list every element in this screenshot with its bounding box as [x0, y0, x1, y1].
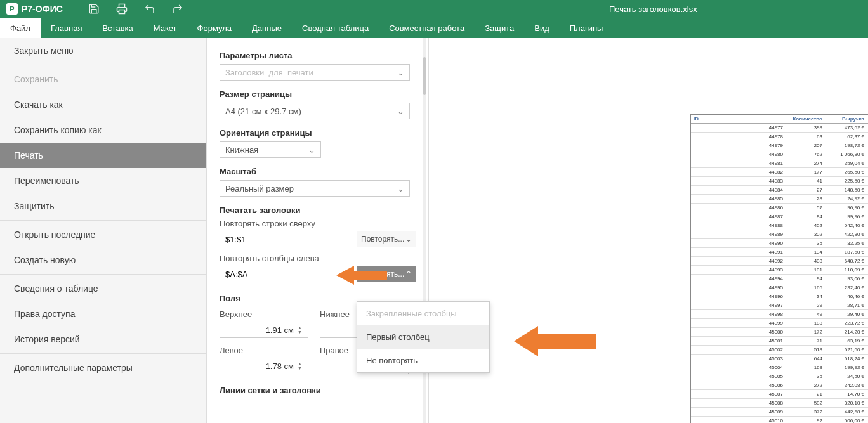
table-row: 4498427148,50 € [691, 186, 868, 195]
menu-protect[interactable]: Защита [475, 18, 524, 38]
table-row: 4501092506,00 € [691, 417, 868, 423]
table-row: 45004168199,92 € [691, 363, 868, 372]
page-size-select[interactable]: A4 (21 см x 29.7 см)⌄ [220, 103, 410, 119]
svg-marker-2 [514, 326, 596, 356]
table-row: 449786362,37 € [691, 133, 868, 141]
menu-bar: Файл Главная Вставка Макет Формула Данны… [0, 18, 868, 38]
sb-close[interactable]: Закрыть меню [0, 38, 206, 63]
sb-download[interactable]: Скачать как [0, 92, 206, 117]
table-row: 44993101110,09 € [691, 266, 868, 275]
undo-icon[interactable] [144, 3, 155, 15]
table-row: 449865796,90 € [691, 204, 868, 212]
save-icon[interactable] [88, 3, 100, 15]
menu-data[interactable]: Данные [242, 18, 292, 38]
brand-text: Р7-ОФИС [22, 4, 63, 14]
orientation-label: Ориентация страницы [220, 128, 422, 138]
table-row: 449972928,71 € [691, 301, 868, 310]
table-row: 450053524,50 € [691, 372, 868, 381]
table-row: 45003644618,24 € [691, 355, 868, 363]
table-row: 449903533,25 € [691, 239, 868, 248]
menu-home[interactable]: Главная [41, 18, 92, 38]
sb-protect[interactable]: Защитить [0, 193, 206, 219]
preview-page: ID Количество Выручка 44977398473,62 €44… [690, 114, 868, 423]
sb-history[interactable]: История версий [0, 327, 206, 352]
col-qty: Количество [786, 115, 825, 123]
scale-select[interactable]: Реальный размер⌄ [220, 180, 410, 197]
table-row: 44995166232,40 € [691, 283, 868, 292]
file-sidebar: Закрыть меню Сохранить Скачать как Сохра… [0, 38, 207, 423]
repeat-cols-label: Повторять столбцы слева [220, 254, 422, 263]
col-id: ID [691, 115, 786, 123]
orientation-select[interactable]: Книжная⌄ [220, 141, 321, 158]
app-logo: P Р7-ОФИС [6, 3, 63, 15]
sb-advanced[interactable]: Дополнительные параметры [0, 355, 206, 381]
margin-left-input[interactable]: 1.78 см▲▼ [220, 358, 308, 374]
dd-no-repeat[interactable]: Не повторять [357, 349, 489, 372]
menu-collab[interactable]: Совместная работа [379, 18, 475, 38]
sb-recent[interactable]: Открыть последние [0, 222, 206, 247]
dd-first-col[interactable]: Первый столбец [357, 325, 489, 349]
table-row: 450072114,70 € [691, 390, 868, 399]
sb-new[interactable]: Создать новую [0, 247, 206, 273]
table-row: 45009372442,68 € [691, 408, 868, 417]
gridlines-label: Линии сетки и заголовки [220, 386, 422, 395]
redo-icon[interactable] [172, 3, 183, 15]
chevron-down-icon: ⌄ [405, 235, 412, 244]
sb-print[interactable]: Печать [0, 143, 206, 168]
print-titles-label: Печатать заголовки [220, 205, 422, 215]
scale-label: Масштаб [220, 167, 422, 176]
margin-top-input[interactable]: 1.91 см▲▼ [220, 322, 308, 338]
menu-formula[interactable]: Формула [187, 18, 242, 38]
repeat-cols-input[interactable] [220, 266, 346, 282]
margin-top-label: Верхнее [220, 309, 308, 319]
chevron-down-icon: ⌄ [397, 184, 404, 193]
table-row: 44989302422,80 € [691, 230, 868, 239]
preview-header-row: ID Количество Выручка [691, 115, 868, 124]
repeat-rows-input[interactable] [220, 231, 346, 247]
table-row: 449807621 066,80 € [691, 150, 868, 159]
table-row: 44992408648,72 € [691, 257, 868, 266]
table-row: 44977398473,62 € [691, 124, 868, 133]
menu-file[interactable]: Файл [0, 18, 41, 38]
sb-rename[interactable]: Переименовать [0, 168, 206, 193]
menu-pivot[interactable]: Сводная таблица [292, 18, 379, 38]
chevron-down-icon: ⌄ [397, 68, 404, 77]
col-rev: Выручка [825, 115, 867, 123]
table-row: 45002518621,60 € [691, 346, 868, 355]
chevron-up-icon: ⌃ [405, 270, 412, 278]
table-row: 449963440,46 € [691, 292, 868, 301]
sb-savecopy[interactable]: Сохранить копию как [0, 117, 206, 143]
table-row: 449852824,92 € [691, 195, 868, 204]
chevron-down-icon: ⌄ [397, 107, 404, 116]
print-icon[interactable] [116, 3, 128, 15]
menu-insert[interactable]: Вставка [92, 18, 143, 38]
table-row: 44982177265,50 € [691, 168, 868, 177]
annotation-arrow-2 [514, 323, 596, 359]
table-row: 44991134187,60 € [691, 248, 868, 257]
menu-view[interactable]: Вид [524, 18, 560, 38]
print-preview: ID Количество Выручка 44977398473,62 €44… [429, 38, 868, 423]
sb-access[interactable]: Права доступа [0, 301, 206, 327]
scrollbar-thumb[interactable] [423, 57, 426, 95]
menu-plugins[interactable]: Плагины [560, 18, 614, 38]
page-params-label: Параметры листа [220, 51, 422, 60]
sb-info[interactable]: Сведения о таблице [0, 276, 206, 301]
menu-layout[interactable]: Макет [143, 18, 187, 38]
document-title: Печать заголовков.xlsx [609, 4, 697, 14]
logo-icon: P [6, 3, 18, 15]
annotation-arrow-1 [336, 263, 387, 288]
table-row: 449984929,40 € [691, 310, 868, 319]
repeat-cols-dropdown: Закрепленные столбцы Первый столбец Не п… [357, 301, 490, 373]
table-row: 45000172214,20 € [691, 328, 868, 337]
table-row: 44979207198,72 € [691, 141, 868, 150]
svg-marker-1 [336, 266, 387, 285]
repeat-rows-button[interactable]: Повторять...⌄ [357, 231, 416, 247]
dd-frozen-cols: Закрепленные столбцы [357, 302, 489, 325]
sb-save[interactable]: Сохранить [0, 67, 206, 92]
page-size-label: Размер страницы [220, 89, 422, 99]
table-row: 45008582320,10 € [691, 399, 868, 408]
margin-left-label: Левое [220, 346, 308, 355]
table-row: 450017163,19 € [691, 337, 868, 346]
table-row: 45006272342,08 € [691, 381, 868, 390]
sheet-select[interactable]: Заголовки_для_печати⌄ [220, 64, 410, 81]
